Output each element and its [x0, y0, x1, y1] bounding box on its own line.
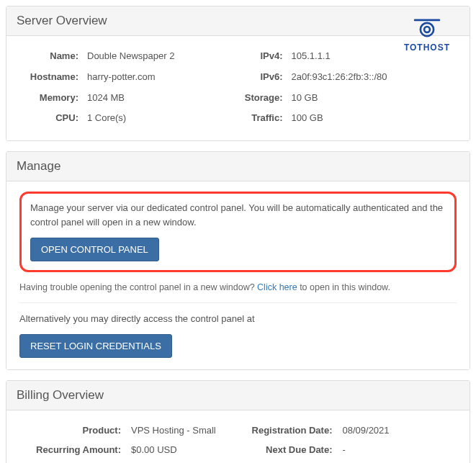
storage-label: Storage:: [238, 91, 292, 106]
product-label: Product:: [19, 425, 131, 436]
registration-date-value: 08/09/2021: [343, 425, 457, 436]
manage-description: Manage your server via our dedicated con…: [30, 201, 446, 229]
brand-name: TOTHOST: [404, 42, 450, 53]
manage-title: Manage: [6, 152, 470, 181]
server-overview-title: Server Overview: [6, 6, 470, 36]
ipv4-label: IPv4:: [238, 49, 292, 64]
manage-panel: Manage Manage your server via our dedica…: [6, 151, 470, 370]
traffic-value: 100 GB: [292, 111, 457, 126]
product-value: VPS Hosting - Small: [131, 425, 238, 436]
tothost-logo-icon: [413, 17, 441, 39]
ipv6-label: IPv6:: [238, 70, 292, 85]
svg-point-2: [424, 27, 430, 32]
billing-overview-panel: Billing Overview Product: VPS Hosting - …: [6, 380, 470, 463]
ipv6-value: 2a0f:93c1:26:2fb:3::/80: [292, 70, 457, 85]
memory-label: Memory:: [19, 91, 87, 106]
click-here-link[interactable]: Click here: [257, 282, 297, 292]
billing-overview-title: Billing Overview: [6, 381, 470, 410]
storage-value: 10 GB: [292, 91, 457, 106]
cpu-label: CPU:: [19, 111, 87, 126]
open-panel-highlight: Manage your server via our dedicated con…: [19, 192, 457, 272]
cpu-value: 1 Core(s): [87, 111, 238, 126]
manage-alt-text: Alternatively you may directly access th…: [19, 313, 457, 324]
server-name-value: Double Newspaper 2: [87, 49, 238, 64]
reset-login-credentials-button[interactable]: RESET LOGIN CREDENTIALS: [19, 334, 172, 358]
server-overview-panel: Server Overview Name: Double Newspaper 2…: [6, 6, 470, 141]
recurring-amount-label: Recurring Amount:: [19, 444, 131, 455]
brand-logo: TOTHOST: [404, 17, 450, 53]
traffic-label: Traffic:: [238, 111, 292, 126]
manage-help-text: Having trouble opening the control panel…: [19, 279, 457, 301]
next-due-date-value: -: [343, 444, 457, 455]
registration-date-label: Registration Date:: [238, 425, 343, 436]
help-prefix: Having trouble opening the control panel…: [19, 282, 257, 292]
help-suffix: to open in this window.: [297, 282, 390, 292]
server-name-label: Name:: [19, 49, 87, 64]
svg-point-1: [421, 23, 434, 36]
next-due-date-label: Next Due Date:: [238, 444, 343, 455]
memory-value: 1024 MB: [87, 91, 238, 106]
open-control-panel-button[interactable]: OPEN CONTROL PANEL: [30, 238, 159, 261]
hostname-value: harry-potter.com: [87, 70, 238, 85]
hostname-label: Hostname:: [19, 70, 87, 85]
divider: [19, 302, 457, 303]
recurring-amount-value: $0.00 USD: [131, 444, 238, 455]
